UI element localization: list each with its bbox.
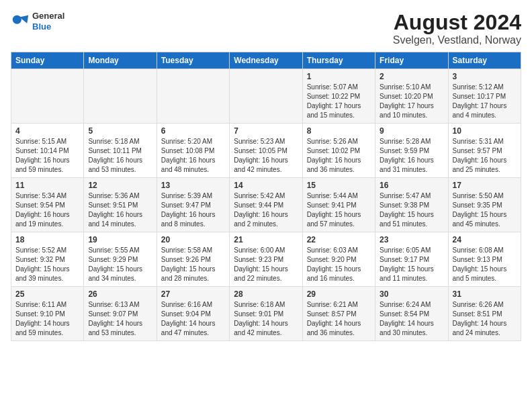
day-info: Sunrise: 5:34 AM Sunset: 9:54 PM Dayligh… [15,191,79,229]
calendar-cell: 25Sunrise: 6:11 AM Sunset: 9:10 PM Dayli… [11,287,84,341]
day-info: Sunrise: 5:42 AM Sunset: 9:44 PM Dayligh… [234,191,298,229]
day-number: 4 [15,126,79,136]
day-info: Sunrise: 6:11 AM Sunset: 9:10 PM Dayligh… [15,300,79,338]
day-number: 15 [307,181,371,190]
day-info: Sunrise: 5:15 AM Sunset: 10:14 PM Daylig… [15,137,79,175]
day-info: Sunrise: 6:21 AM Sunset: 8:57 PM Dayligh… [307,300,371,338]
calendar-cell: 31Sunrise: 6:26 AM Sunset: 8:51 PM Dayli… [448,287,521,341]
calendar-cell: 2Sunrise: 5:10 AM Sunset: 10:20 PM Dayli… [375,69,448,124]
svg-point-0 [13,15,21,24]
day-info: Sunrise: 5:58 AM Sunset: 9:26 PM Dayligh… [161,246,225,283]
day-info: Sunrise: 5:36 AM Sunset: 9:51 PM Dayligh… [88,191,152,229]
day-info: Sunrise: 5:50 AM Sunset: 9:35 PM Dayligh… [453,191,517,229]
week-row-5: 25Sunrise: 6:11 AM Sunset: 9:10 PM Dayli… [11,287,521,341]
day-info: Sunrise: 5:44 AM Sunset: 9:41 PM Dayligh… [307,191,371,229]
logo: General Blue [11,11,64,32]
day-info: Sunrise: 5:31 AM Sunset: 9:57 PM Dayligh… [453,137,517,175]
day-info: Sunrise: 6:08 AM Sunset: 9:13 PM Dayligh… [453,246,517,283]
header-thursday: Thursday [302,52,375,69]
day-number: 27 [161,289,225,299]
header-monday: Monday [84,52,157,69]
week-row-3: 11Sunrise: 5:34 AM Sunset: 9:54 PM Dayli… [11,178,521,232]
day-info: Sunrise: 6:13 AM Sunset: 9:07 PM Dayligh… [88,300,152,338]
day-info: Sunrise: 5:20 AM Sunset: 10:08 PM Daylig… [161,137,225,175]
calendar-subtitle: Svelgen, Vestland, Norway [393,34,521,46]
day-number: 18 [15,235,79,244]
day-number: 29 [307,289,371,299]
day-info: Sunrise: 5:55 AM Sunset: 9:29 PM Dayligh… [88,246,152,283]
calendar-cell: 8Sunrise: 5:26 AM Sunset: 10:02 PM Dayli… [302,124,375,178]
week-row-2: 4Sunrise: 5:15 AM Sunset: 10:14 PM Dayli… [11,124,521,178]
header-friday: Friday [375,52,448,69]
day-number: 22 [307,235,371,244]
day-info: Sunrise: 6:03 AM Sunset: 9:20 PM Dayligh… [307,246,371,283]
calendar-cell: 27Sunrise: 6:16 AM Sunset: 9:04 PM Dayli… [157,287,229,341]
day-number: 26 [88,289,152,299]
day-number: 16 [380,181,443,190]
page-header: General Blue August 2024 Svelgen, Vestla… [11,11,521,46]
day-number: 13 [161,181,225,190]
day-info: Sunrise: 5:39 AM Sunset: 9:47 PM Dayligh… [161,191,225,229]
logo-icon [11,12,30,31]
calendar-title: August 2024 [393,11,521,34]
day-number: 28 [234,289,298,299]
calendar-cell [84,69,157,124]
calendar-cell: 26Sunrise: 6:13 AM Sunset: 9:07 PM Dayli… [84,287,157,341]
week-row-4: 18Sunrise: 5:52 AM Sunset: 9:32 PM Dayli… [11,232,521,287]
calendar-cell: 16Sunrise: 5:47 AM Sunset: 9:38 PM Dayli… [375,178,448,232]
calendar-cell: 9Sunrise: 5:28 AM Sunset: 9:59 PM Daylig… [375,124,448,178]
header-sunday: Sunday [11,52,84,69]
calendar-cell: 15Sunrise: 5:44 AM Sunset: 9:41 PM Dayli… [302,178,375,232]
title-block: August 2024 Svelgen, Vestland, Norway [393,11,521,46]
calendar-cell: 17Sunrise: 5:50 AM Sunset: 9:35 PM Dayli… [448,178,521,232]
calendar-cell [157,69,229,124]
day-info: Sunrise: 6:05 AM Sunset: 9:17 PM Dayligh… [380,246,443,283]
calendar-cell: 1Sunrise: 5:07 AM Sunset: 10:22 PM Dayli… [302,69,375,124]
day-info: Sunrise: 6:18 AM Sunset: 9:01 PM Dayligh… [234,300,298,338]
calendar-cell: 18Sunrise: 5:52 AM Sunset: 9:32 PM Dayli… [11,232,84,287]
day-number: 8 [307,126,371,136]
day-info: Sunrise: 6:16 AM Sunset: 9:04 PM Dayligh… [161,300,225,338]
day-number: 24 [453,235,517,244]
calendar-cell: 22Sunrise: 6:03 AM Sunset: 9:20 PM Dayli… [302,232,375,287]
day-info: Sunrise: 5:28 AM Sunset: 9:59 PM Dayligh… [380,137,443,175]
header-saturday: Saturday [448,52,521,69]
day-info: Sunrise: 6:24 AM Sunset: 8:54 PM Dayligh… [380,300,443,338]
day-info: Sunrise: 5:12 AM Sunset: 10:17 PM Daylig… [453,83,517,120]
day-number: 10 [453,126,517,136]
day-info: Sunrise: 5:07 AM Sunset: 10:22 PM Daylig… [307,83,371,120]
calendar-cell: 28Sunrise: 6:18 AM Sunset: 9:01 PM Dayli… [230,287,302,341]
day-info: Sunrise: 5:23 AM Sunset: 10:05 PM Daylig… [234,137,298,175]
calendar-cell [11,69,84,124]
logo-text: General Blue [32,11,64,32]
day-number: 7 [234,126,298,136]
header-tuesday: Tuesday [157,52,229,69]
day-number: 6 [161,126,225,136]
calendar-cell: 19Sunrise: 5:55 AM Sunset: 9:29 PM Dayli… [84,232,157,287]
calendar-cell: 20Sunrise: 5:58 AM Sunset: 9:26 PM Dayli… [157,232,229,287]
day-number: 31 [453,289,517,299]
day-number: 17 [453,181,517,190]
week-row-1: 1Sunrise: 5:07 AM Sunset: 10:22 PM Dayli… [11,69,521,124]
day-number: 19 [88,235,152,244]
day-number: 1 [307,72,371,81]
logo-line2: Blue [32,21,64,32]
day-number: 2 [380,72,443,81]
day-info: Sunrise: 6:26 AM Sunset: 8:51 PM Dayligh… [453,300,517,338]
calendar-cell: 12Sunrise: 5:36 AM Sunset: 9:51 PM Dayli… [84,178,157,232]
day-number: 11 [15,181,79,190]
day-info: Sunrise: 5:47 AM Sunset: 9:38 PM Dayligh… [380,191,443,229]
calendar-cell: 13Sunrise: 5:39 AM Sunset: 9:47 PM Dayli… [157,178,229,232]
calendar-cell: 21Sunrise: 6:00 AM Sunset: 9:23 PM Dayli… [230,232,302,287]
logo-line1: General [32,11,64,21]
calendar-cell [230,69,302,124]
day-number: 14 [234,181,298,190]
day-number: 5 [88,126,152,136]
calendar-cell: 14Sunrise: 5:42 AM Sunset: 9:44 PM Dayli… [230,178,302,232]
calendar-header-row: SundayMondayTuesdayWednesdayThursdayFrid… [11,52,521,69]
day-info: Sunrise: 6:00 AM Sunset: 9:23 PM Dayligh… [234,246,298,283]
day-number: 23 [380,235,443,244]
day-number: 20 [161,235,225,244]
day-number: 21 [234,235,298,244]
calendar-cell: 23Sunrise: 6:05 AM Sunset: 9:17 PM Dayli… [375,232,448,287]
